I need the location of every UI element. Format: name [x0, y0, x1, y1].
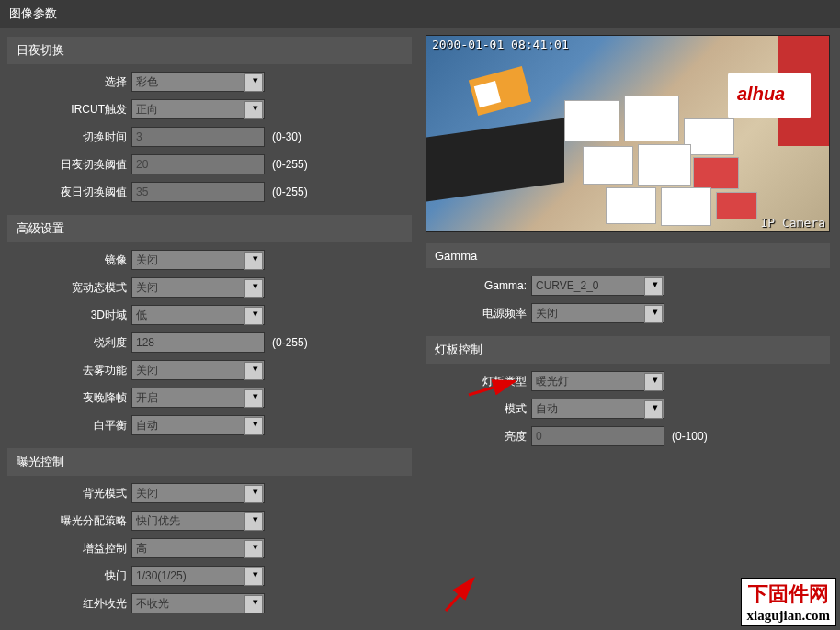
select-shutter[interactable]: 1/30(1/25): [131, 566, 265, 586]
select-defog[interactable]: 关闭: [131, 360, 265, 380]
freq-label: 电源频率: [426, 306, 531, 321]
section-light-header: 灯板控制: [426, 336, 830, 364]
wdr-label: 宽动态模式: [7, 280, 131, 296]
select-dnr[interactable]: 低: [131, 305, 265, 325]
dn-thresh-hint: (0-255): [272, 158, 308, 171]
left-panel: 日夜切换 选择 彩色 IRCUT触发 正向 切换时间 (0-30) 日夜切换阈值…: [7, 35, 412, 624]
nd-thresh-hint: (0-255): [272, 186, 308, 198]
gamma-label: Gamma:: [426, 279, 531, 292]
select-nightdrop[interactable]: 开启: [131, 388, 265, 408]
section-advanced-header: 高级设置: [7, 215, 412, 242]
nd-thresh-label: 夜日切换阈值: [7, 185, 131, 200]
shutter-label: 快门: [7, 568, 131, 584]
preview-timestamp: 2000-01-01 08:41:01: [432, 38, 569, 51]
select-ir[interactable]: 不收光: [131, 593, 265, 613]
nightdrop-label: 夜晚降帧: [7, 390, 131, 406]
sharp-label: 锐利度: [7, 335, 131, 351]
gain-label: 增益控制: [7, 541, 131, 557]
dn-thresh-label: 日夜切换阈值: [7, 157, 131, 173]
select-lightmode[interactable]: 自动: [531, 399, 664, 419]
section-daynight-header: 日夜切换: [7, 37, 412, 64]
select-backlight[interactable]: 关闭: [131, 483, 265, 503]
brightness-hint: (0-100): [672, 430, 708, 443]
input-nd-thresh[interactable]: [131, 182, 265, 202]
brightness-label: 亮度: [426, 429, 531, 444]
site-watermark: 下固件网 xiagujian.com: [741, 578, 836, 626]
select-label: 选择: [7, 74, 131, 90]
select-gain[interactable]: 高: [131, 538, 265, 558]
section-exposure-header: 曝光控制: [7, 448, 412, 476]
select-freq[interactable]: 关闭: [531, 303, 664, 323]
input-sharpness[interactable]: [131, 332, 265, 353]
mirror-label: 镜像: [7, 253, 131, 268]
video-preview: 2000-01-01 08:41:01 IP Camera: [426, 35, 830, 232]
input-dn-thresh[interactable]: [131, 154, 265, 174]
switchtime-label: 切换时间: [7, 129, 131, 145]
input-brightness[interactable]: [531, 426, 664, 446]
dnr-label: 3D时域: [7, 308, 131, 323]
backlight-label: 背光模式: [7, 486, 131, 501]
defog-label: 去雾功能: [7, 363, 131, 378]
select-ircut[interactable]: 正向: [131, 99, 265, 119]
select-lighttype[interactable]: 暖光灯: [531, 371, 664, 391]
select-mirror[interactable]: 关闭: [131, 250, 265, 270]
sharp-hint: (0-255): [272, 336, 308, 349]
select-wb[interactable]: 自动: [131, 415, 265, 435]
section-gamma-header: Gamma: [426, 243, 830, 268]
lighttype-label: 灯板类型: [426, 374, 531, 389]
preview-watermark: IP Camera: [761, 216, 825, 230]
watermark-cn: 下固件网: [747, 580, 830, 608]
select-expoalloc[interactable]: 快门优先: [131, 511, 265, 531]
select-daynight[interactable]: 彩色: [131, 72, 265, 92]
lightmode-label: 模式: [426, 401, 531, 417]
select-wdr[interactable]: 关闭: [131, 277, 265, 298]
ircut-label: IRCUT触发: [7, 102, 131, 118]
input-switchtime[interactable]: [131, 127, 265, 147]
wb-label: 白平衡: [7, 418, 131, 433]
switchtime-hint: (0-30): [272, 130, 301, 143]
watermark-en: xiagujian.com: [747, 608, 830, 624]
page-title: 图像参数: [0, 0, 840, 28]
ir-label: 红外收光: [7, 596, 131, 612]
expoalloc-label: 曝光分配策略: [7, 513, 131, 529]
select-gamma[interactable]: CURVE_2_0: [531, 276, 664, 296]
right-panel: 2000-01-01 08:41:01 IP Camera Gamma Gamm…: [426, 35, 830, 624]
